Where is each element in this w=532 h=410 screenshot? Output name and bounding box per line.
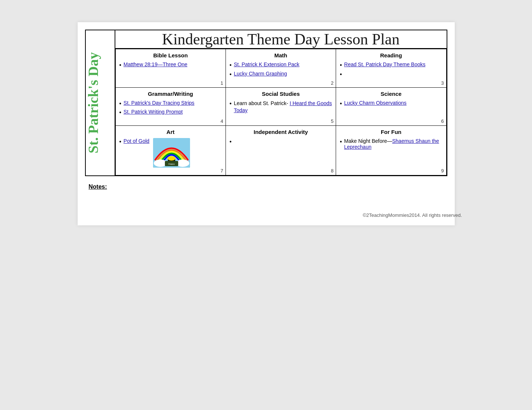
inner-table: Bible Lesson • Matthew 28:19—Three One 1…	[115, 49, 447, 175]
page-title: Kindergarten Theme Day Lesson Plan	[162, 31, 399, 48]
social-text: Learn about St. Patrick- I Heard the Goo…	[234, 100, 332, 114]
bullet: •	[119, 61, 122, 69]
bullet: •	[230, 100, 232, 108]
bullet: •	[119, 109, 122, 117]
list-item: • St. Patrick K Extension Pack	[230, 61, 332, 69]
cell-number-7: 7	[221, 168, 223, 174]
math-link-2[interactable]: Lucky Charm Graphing	[234, 71, 287, 77]
cell-reading: Reading • Read St. Patrick Day Theme Boo…	[336, 49, 446, 88]
grammar-link-2[interactable]: St. Patrick Writing Prompt	[123, 109, 183, 115]
bullet: •	[340, 100, 342, 108]
reading-link-1[interactable]: Read St. Patrick Day Theme Books	[344, 61, 426, 67]
forfun-heading: For Fun	[340, 129, 442, 135]
content-area: Bible Lesson • Matthew 28:19—Three One 1…	[115, 48, 447, 176]
math-heading: Math	[230, 52, 332, 58]
page-container: St. Patrick's Day Kindergarten Theme Day…	[78, 22, 455, 225]
lesson-plan-table: St. Patrick's Day Kindergarten Theme Day…	[85, 30, 447, 176]
forfun-text: Make Night Before—Shaemus Shaun the Lepr…	[344, 138, 443, 150]
grammar-list: • St. Patrick's Day Tracing Strips • St.…	[119, 100, 222, 117]
independent-list: •	[230, 138, 332, 146]
cell-grammar: Grammar/Writing • St. Patrick's Day Trac…	[115, 87, 226, 126]
social-list: • Learn about St. Patrick- I Heard the G…	[230, 100, 332, 114]
bullet: •	[119, 138, 122, 146]
footer: ©2TeachingMommies2014. All rights reserv…	[85, 190, 462, 218]
cell-number-5: 5	[331, 118, 333, 124]
bullet: •	[340, 71, 342, 78]
cell-number-1: 1	[221, 80, 223, 86]
independent-heading: Independent Activity	[230, 129, 332, 135]
cell-social: Social Studies • Learn about St. Patrick…	[226, 87, 336, 126]
list-item: • St. Patrick Writing Prompt	[119, 109, 222, 117]
bible-heading: Bible Lesson	[119, 52, 222, 58]
grammar-link-1[interactable]: St. Patrick's Day Tracing Strips	[123, 100, 194, 106]
art-content: • Pot of Gold	[119, 138, 222, 168]
math-list: • St. Patrick K Extension Pack • Lucky C…	[230, 61, 332, 78]
forfun-text-before: Make Night Before—	[344, 138, 392, 144]
reading-heading: Reading	[340, 52, 442, 58]
list-item: • Make Night Before—Shaemus Shaun the Le…	[340, 138, 442, 150]
row-1: Bible Lesson • Matthew 28:19—Three One 1…	[115, 49, 446, 88]
bullet: •	[230, 71, 232, 78]
cell-math: Math • St. Patrick K Extension Pack • Lu…	[226, 49, 336, 88]
notes-section: Notes:	[85, 184, 462, 190]
art-heading: Art	[119, 129, 222, 135]
list-item: • Lucky Charm Observations	[340, 100, 442, 108]
bullet: •	[119, 100, 122, 108]
bullet: •	[230, 61, 232, 69]
notes-label: Notes:	[89, 184, 107, 190]
cell-forfun: For Fun • Make Night Before—Shaemus Shau…	[336, 126, 446, 175]
list-item: • Matthew 28:19—Three One	[119, 61, 222, 69]
bullet: •	[340, 61, 342, 69]
science-list: • Lucky Charm Observations	[340, 100, 442, 108]
art-link[interactable]: Pot of Gold	[123, 138, 149, 144]
grammar-heading: Grammar/Writing	[119, 91, 222, 97]
list-item: •	[340, 71, 442, 78]
cell-number-3: 3	[441, 80, 444, 86]
cell-number-2: 2	[331, 80, 333, 86]
cell-number-4: 4	[221, 118, 223, 124]
reading-list: • Read St. Patrick Day Theme Books •	[340, 61, 442, 78]
art-illustration: Happy	[153, 138, 190, 168]
list-item: • Learn about St. Patrick- I Heard the G…	[230, 100, 332, 114]
science-link-1[interactable]: Lucky Charm Observations	[344, 100, 407, 106]
list-item: • Lucky Charm Graphing	[230, 71, 332, 78]
social-heading: Social Studies	[230, 91, 332, 97]
title-cell: Kindergarten Theme Day Lesson Plan	[115, 30, 447, 48]
list-item: •	[230, 138, 332, 146]
bible-list: • Matthew 28:19—Three One	[119, 61, 222, 69]
cell-independent: Independent Activity • 8	[226, 126, 336, 175]
bullet: •	[340, 138, 342, 146]
svg-text:Happy: Happy	[168, 163, 174, 165]
sidebar-label: St. Patrick's Day	[86, 52, 101, 153]
list-item: • St. Patrick's Day Tracing Strips	[119, 100, 222, 108]
cell-number-6: 6	[441, 118, 444, 124]
art-list: • Pot of Gold	[119, 138, 150, 147]
list-item: • Pot of Gold	[119, 138, 150, 146]
row-3: Art • Pot of Gold	[115, 126, 446, 175]
sidebar-cell: St. Patrick's Day	[85, 30, 115, 176]
social-text-before: Learn about St. Patrick-	[234, 100, 289, 106]
cell-science: Science • Lucky Charm Observations 6	[336, 87, 446, 126]
rainbow-svg: Happy	[153, 138, 190, 168]
svg-point-4	[167, 156, 176, 161]
science-heading: Science	[340, 91, 442, 97]
bullet: •	[230, 138, 232, 146]
forfun-list: • Make Night Before—Shaemus Shaun the Le…	[340, 138, 442, 150]
row-2: Grammar/Writing • St. Patrick's Day Trac…	[115, 87, 446, 126]
footer-text: ©2TeachingMommies2014. All rights reserv…	[363, 212, 462, 218]
math-link-1[interactable]: St. Patrick K Extension Pack	[234, 61, 299, 67]
cell-number-8: 8	[331, 168, 333, 174]
cell-bible: Bible Lesson • Matthew 28:19—Three One 1	[115, 49, 226, 88]
bible-link[interactable]: Matthew 28:19—Three One	[123, 61, 187, 67]
cell-art: Art • Pot of Gold	[115, 126, 226, 175]
list-item: • Read St. Patrick Day Theme Books	[340, 61, 442, 69]
cell-number-9: 9	[441, 168, 444, 174]
